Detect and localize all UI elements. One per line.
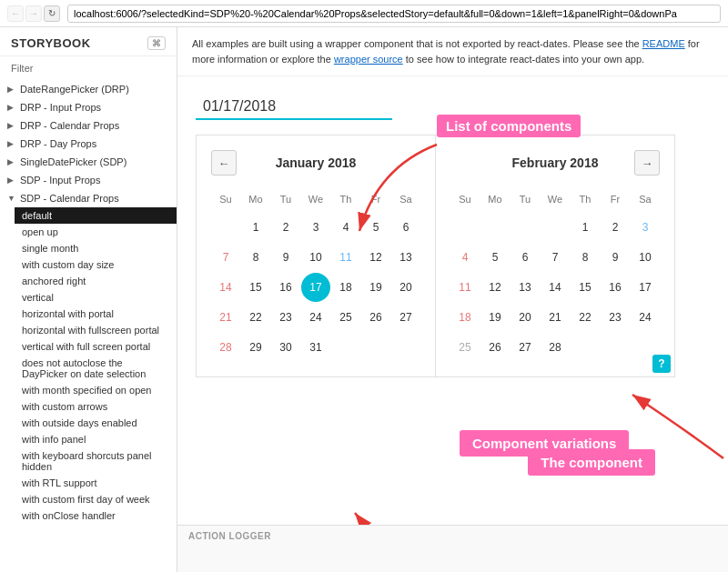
feb-day-22[interactable]: 22 <box>571 303 600 332</box>
feb-day-14[interactable]: 14 <box>541 273 570 302</box>
sidebar-item-open-up[interactable]: open up <box>15 224 177 240</box>
jan-day-9[interactable]: 9 <box>271 243 300 272</box>
jan-day-16[interactable]: 16 <box>271 273 300 302</box>
feb-day-15[interactable]: 15 <box>571 273 600 302</box>
jan-day-2[interactable]: 2 <box>271 213 300 242</box>
sidebar-group-header-sdp-input[interactable]: ▶ SDP - Input Props <box>0 171 177 189</box>
feb-day-7[interactable]: 7 <box>541 243 570 272</box>
jan-day-31[interactable]: 31 <box>301 333 330 362</box>
prev-month-button[interactable]: ← <box>211 150 237 176</box>
help-icon[interactable]: ? <box>652 355 671 373</box>
feb-day-2[interactable]: 2 <box>601 213 630 242</box>
feb-day-4[interactable]: 4 <box>450 243 480 272</box>
jan-empty-4 <box>391 333 420 362</box>
feb-day-19[interactable]: 19 <box>480 303 510 332</box>
jan-day-7[interactable]: 7 <box>211 243 240 272</box>
feb-day-28[interactable]: 28 <box>541 333 570 362</box>
jan-day-17[interactable]: 17 <box>301 273 330 302</box>
sidebar-item-month-open[interactable]: with month specified on open <box>15 382 177 398</box>
feb-day-1[interactable]: 1 <box>571 213 600 242</box>
address-bar[interactable] <box>67 5 721 23</box>
jan-day-26[interactable]: 26 <box>361 303 390 332</box>
feb-day-9[interactable]: 9 <box>601 243 630 272</box>
feb-day-26[interactable]: 26 <box>480 333 510 362</box>
action-logger: ACTION LOGGER <box>177 525 728 572</box>
refresh-button[interactable]: ↻ <box>44 5 60 22</box>
jan-day-20[interactable]: 20 <box>391 273 420 302</box>
jan-day-29[interactable]: 29 <box>241 333 270 362</box>
jan-day-27[interactable]: 27 <box>391 303 420 332</box>
feb-day-11[interactable]: 11 <box>450 273 480 302</box>
feb-header-we: We <box>541 186 570 212</box>
jan-day-22[interactable]: 22 <box>241 303 270 332</box>
jan-day-5[interactable]: 5 <box>361 213 390 242</box>
jan-day-24[interactable]: 24 <box>301 303 330 332</box>
feb-day-24[interactable]: 24 <box>631 303 660 332</box>
feb-day-8[interactable]: 8 <box>571 243 600 272</box>
jan-day-4[interactable]: 4 <box>331 213 360 242</box>
feb-day-3[interactable]: 3 <box>631 213 660 242</box>
sidebar-item-info-panel[interactable]: with info panel <box>15 431 177 447</box>
jan-day-18[interactable]: 18 <box>331 273 360 302</box>
feb-day-6[interactable]: 6 <box>511 243 540 272</box>
sidebar-item-custom-first-day[interactable]: with custom first day of week <box>15 491 177 507</box>
feb-day-13[interactable]: 13 <box>511 273 540 302</box>
sidebar-item-vertical[interactable]: vertical <box>15 289 177 306</box>
jan-day-10[interactable]: 10 <box>301 243 330 272</box>
jan-day-23[interactable]: 23 <box>271 303 300 332</box>
sidebar-item-rtl[interactable]: with RTL support <box>15 475 177 491</box>
readme-link[interactable]: README <box>642 38 685 49</box>
sidebar-item-outside-days[interactable]: with outside days enabled <box>15 415 177 431</box>
content-area: All examples are built using a wrapper c… <box>177 27 728 572</box>
feb-day-25[interactable]: 25 <box>450 333 480 362</box>
info-banner: All examples are built using a wrapper c… <box>177 27 728 76</box>
sidebar-group-header-drp-input[interactable]: ▶ DRP - Input Props <box>0 98 177 116</box>
feb-day-16[interactable]: 16 <box>601 273 630 302</box>
sidebar-item-anchored-right[interactable]: anchored right <box>15 273 177 289</box>
sidebar-item-no-autoclose[interactable]: does not autoclose the DayPicker on date… <box>15 355 177 382</box>
sidebar-group-header-sdp[interactable]: ▶ SingleDatePicker (SDP) <box>0 153 177 171</box>
next-month-button[interactable]: → <box>634 150 660 176</box>
info-text-3: to see how to integrate react-dates into… <box>406 54 644 65</box>
jan-day-19[interactable]: 19 <box>361 273 390 302</box>
feb-day-20[interactable]: 20 <box>511 303 540 332</box>
sidebar-group-header-drp[interactable]: ▶ DateRangePicker (DRP) <box>0 80 177 98</box>
sidebar-item-keyboard-hidden[interactable]: with keyboard shorcuts panel hidden <box>15 447 177 475</box>
jan-day-1[interactable]: 1 <box>241 213 270 242</box>
jan-day-14[interactable]: 14 <box>211 273 240 302</box>
jan-day-8[interactable]: 8 <box>241 243 270 272</box>
feb-day-12[interactable]: 12 <box>480 273 510 302</box>
jan-day-3[interactable]: 3 <box>301 213 330 242</box>
jan-day-6[interactable]: 6 <box>391 213 420 242</box>
jan-day-15[interactable]: 15 <box>241 273 270 302</box>
wrapper-source-link[interactable]: wrapper source <box>334 54 403 65</box>
jan-day-21[interactable]: 21 <box>211 303 240 332</box>
feb-day-5[interactable]: 5 <box>480 243 510 272</box>
jan-day-28[interactable]: 28 <box>211 333 240 362</box>
jan-day-11[interactable]: 11 <box>331 243 360 272</box>
jan-day-25[interactable]: 25 <box>331 303 360 332</box>
sidebar-group-header-drp-day[interactable]: ▶ DRP - Day Props <box>0 135 177 153</box>
jan-day-13[interactable]: 13 <box>391 243 420 272</box>
feb-day-10[interactable]: 10 <box>631 243 660 272</box>
sidebar-item-default[interactable]: default <box>15 207 177 224</box>
jan-day-12[interactable]: 12 <box>361 243 390 272</box>
feb-day-17[interactable]: 17 <box>631 273 660 302</box>
feb-day-18[interactable]: 18 <box>450 303 480 332</box>
sidebar-item-horizontal-portal[interactable]: horizontal with portal <box>15 306 177 322</box>
sidebar-item-single-month[interactable]: single month <box>15 240 177 256</box>
sidebar-item-onclose[interactable]: with onClose handler <box>15 507 177 524</box>
jan-day-30[interactable]: 30 <box>271 333 300 362</box>
feb-day-27[interactable]: 27 <box>511 333 540 362</box>
sidebar-item-horizontal-fullscreen[interactable]: horizontal with fullscreen portal <box>15 322 177 338</box>
forward-button[interactable]: → <box>25 5 42 22</box>
date-input[interactable] <box>196 95 392 120</box>
feb-day-23[interactable]: 23 <box>601 303 630 332</box>
sidebar-group-header-sdp-calendar[interactable]: ▼ SDP - Calendar Props <box>0 189 177 207</box>
feb-day-21[interactable]: 21 <box>541 303 570 332</box>
sidebar-group-header-drp-calendar[interactable]: ▶ DRP - Calendar Props <box>0 116 177 135</box>
sidebar-item-custom-day-size[interactable]: with custom day size <box>15 256 177 273</box>
back-button[interactable]: ← <box>7 5 24 22</box>
sidebar-item-custom-arrows[interactable]: with custom arrows <box>15 398 177 415</box>
sidebar-item-vertical-full-screen[interactable]: vertical with full screen portal <box>15 338 177 355</box>
